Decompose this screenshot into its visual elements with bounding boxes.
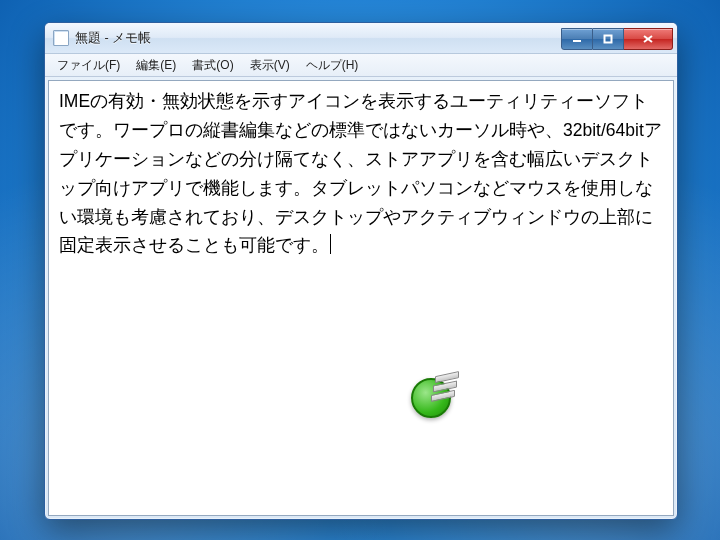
minimize-button[interactable] [561, 28, 593, 50]
text-caret [330, 234, 331, 254]
menu-format[interactable]: 書式(O) [186, 55, 239, 76]
menu-help[interactable]: ヘルプ(H) [300, 55, 365, 76]
window-control-buttons [561, 28, 673, 48]
window-title: 無題 - メモ帳 [75, 30, 561, 47]
close-icon [642, 34, 654, 44]
menu-edit[interactable]: 編集(E) [130, 55, 182, 76]
text-editor[interactable]: IMEの有効・無効状態を示すアイコンを表示するユーティリティーソフトです。ワープ… [49, 81, 673, 515]
notepad-window: 無題 - メモ帳 ファイル(F) 編集(E) 書式(O) 表示(V) ヘルプ(H… [44, 22, 678, 520]
close-button[interactable] [624, 28, 673, 50]
maximize-button[interactable] [593, 28, 624, 50]
menu-view[interactable]: 表示(V) [244, 55, 296, 76]
desktop-background: 無題 - メモ帳 ファイル(F) 編集(E) 書式(O) 表示(V) ヘルプ(H… [0, 0, 720, 540]
editor-content: IMEの有効・無効状態を示すアイコンを表示するユーティリティーソフトです。ワープ… [59, 91, 662, 255]
minimize-icon [572, 34, 582, 44]
menu-file[interactable]: ファイル(F) [51, 55, 126, 76]
notepad-icon [53, 30, 69, 46]
editor-client-area: IMEの有効・無効状態を示すアイコンを表示するユーティリティーソフトです。ワープ… [48, 80, 674, 516]
menu-bar: ファイル(F) 編集(E) 書式(O) 表示(V) ヘルプ(H) [45, 54, 677, 77]
maximize-icon [603, 34, 613, 44]
window-titlebar[interactable]: 無題 - メモ帳 [45, 23, 677, 54]
svg-rect-1 [605, 36, 612, 43]
